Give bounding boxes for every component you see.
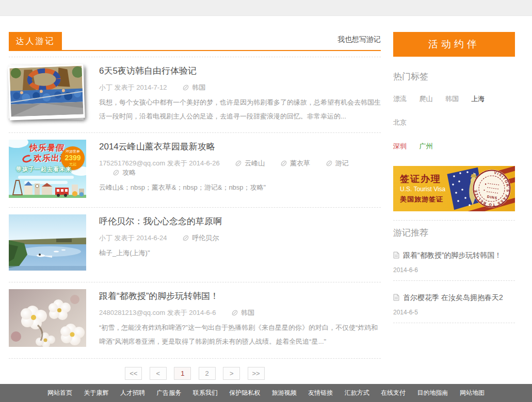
pagination-prev-button[interactable]: <	[150, 367, 167, 380]
recommend-item-text: 首尔樱花季 在汝矣岛拥抱春天2	[403, 293, 503, 301]
hot-tag-3[interactable]: 上海	[471, 94, 485, 104]
visa-ad-banner[interactable]: VISITOR'S PASS TO BELIZE DINS 签证办理 U.S. …	[393, 166, 515, 211]
visa-text-block: 签证办理 U.S. Tourist Visa 美国旅游签证	[400, 173, 445, 204]
pagination-last-button[interactable]: >>	[248, 367, 265, 380]
footer-link-about[interactable]: 关于康辉	[84, 384, 108, 402]
post-body: 2014云峰山薰衣草园最新攻略 1752517629@qq.com 发表于 20…	[99, 140, 381, 198]
post-author-date: 1752517629@qq.com 发表于 2014-6-26	[99, 159, 220, 167]
recommend-item-date: 2014-6-5	[393, 309, 515, 316]
post-thumbnail[interactable]	[9, 289, 86, 349]
buildings-illustration	[9, 179, 86, 198]
post-body: 跟着“都教授”的脚步玩转韩国！ 2480281213@qq.com 发表于 20…	[99, 289, 381, 349]
post-tag-label: 韩国	[192, 83, 205, 91]
visa-stamp-graphic: VISITOR'S PASS TO BELIZE DINS	[469, 166, 514, 211]
post-tag[interactable]: 游记	[326, 159, 349, 167]
post-tag-label: 薰衣草	[290, 159, 310, 167]
tag-icon	[182, 234, 189, 242]
footer-link-sitemap[interactable]: 网站地图	[460, 384, 485, 402]
ad-title-1: 快乐暑假	[29, 143, 65, 154]
summer-ad-image: 快乐暑假 欢乐出游 环游世界 2399 元起 带孩子一起去看未来	[9, 140, 86, 198]
tag-icon	[280, 160, 287, 167]
pagination: << < 1 2 > >>	[9, 359, 381, 380]
hot-tag-5[interactable]: 深圳	[393, 142, 407, 151]
visa-subtitle-en: U.S. Tourist Visa	[400, 186, 445, 193]
hot-tag-1[interactable]: 爬山	[419, 94, 432, 104]
post-author-date: 小丁 发表于 2014-6-24	[99, 234, 167, 242]
hot-tag-4[interactable]: 北京	[393, 118, 407, 127]
footer-link-home[interactable]: 网站首页	[47, 384, 72, 402]
footer-link-jobs[interactable]: 人才招聘	[120, 384, 145, 402]
post-author-date: 小丁 发表于 2014-7-12	[99, 83, 167, 91]
footer-link-videos[interactable]: 旅游视频	[272, 384, 297, 402]
swirl-shape	[21, 154, 34, 164]
footer-link-ads[interactable]: 广告服务	[156, 384, 181, 402]
recommend-item[interactable]: 首尔樱花季 在汝矣岛拥抱春天2 2014-6-5	[393, 293, 515, 323]
post-excerpt: “初雪，怎能没有炸鸡和啤酒?”这一句出自于热播韩剧《来自星星的你》的对白，不仅使…	[99, 321, 381, 348]
hot-tags-section: 热门标签 漂流 爬山 韩国 上海 北京 深圳 广州	[393, 71, 515, 165]
cloud-shape	[9, 140, 28, 148]
pagination-next-button[interactable]: >	[223, 367, 240, 380]
footer-link-destination-guide[interactable]: 目的地指南	[417, 384, 448, 402]
tag-icon	[235, 160, 242, 167]
grassland-river-photo	[9, 214, 86, 271]
post-title[interactable]: 呼伦贝尔：我心心念念的草原啊	[99, 215, 381, 227]
post-author-date: 2480281213@qq.com 发表于 2014-6-6	[99, 309, 216, 316]
post-list: 6天5夜访韩自由行体验记 小丁 发表于 2014-7-12 韩国 我想，每个女孩…	[9, 57, 381, 359]
post-tag[interactable]: 韩国	[182, 83, 205, 91]
hot-tag-6[interactable]: 广州	[419, 142, 432, 151]
footer-link-remittance[interactable]: 汇款方式	[345, 384, 369, 402]
activity-companion-banner[interactable]: 活动约伴	[393, 32, 515, 57]
footer-link-contact[interactable]: 联系我们	[193, 384, 218, 402]
document-icon	[393, 294, 399, 301]
badge-price: 2399	[61, 154, 85, 162]
post-tag[interactable]: 云峰山	[235, 159, 267, 167]
visa-subtitle-cn: 美国旅游签证	[400, 195, 445, 204]
post-tag[interactable]: 呼伦贝尔	[182, 234, 219, 242]
post-thumbnail[interactable]	[9, 214, 86, 273]
pagination-first-button[interactable]: <<	[125, 367, 142, 380]
hot-tag-0[interactable]: 漂流	[393, 94, 407, 104]
recommend-item-title[interactable]: 跟着“都教授”的脚步玩转韩国！	[393, 251, 515, 260]
post-tag-label: 游记	[335, 159, 349, 167]
post-tag-label: 呼伦贝尔	[192, 234, 219, 242]
post-meta: 1752517629@qq.com 发表于 2014-6-26 云峰山 薰衣草 …	[99, 159, 381, 177]
footer-link-friends[interactable]: 友情链接	[308, 384, 333, 402]
post-meta: 小丁 发表于 2014-6-24 呼伦贝尔	[99, 233, 381, 243]
post-body: 呼伦贝尔：我心心念念的草原啊 小丁 发表于 2014-6-24 呼伦贝尔 柚子_…	[99, 214, 381, 273]
footer-link-payment[interactable]: 在线支付	[381, 384, 406, 402]
tab-expert-travelogues[interactable]: 达人游记	[9, 32, 62, 50]
post-excerpt: 柚子_上海(上海)"	[99, 246, 381, 260]
divider	[393, 220, 515, 221]
top-band	[0, 0, 532, 16]
post-title[interactable]: 2014云峰山薰衣草园最新攻略	[99, 141, 381, 153]
post-thumbnail[interactable]: 快乐暑假 欢乐出游 环游世界 2399 元起 带孩子一起去看未来	[9, 140, 86, 198]
footer-link-privacy[interactable]: 保护隐私权	[229, 384, 260, 402]
post-title[interactable]: 6天5夜访韩自由行体验记	[99, 65, 381, 77]
post-tag[interactable]: 韩国	[231, 309, 254, 316]
cherry-blossom-photo	[9, 289, 86, 347]
post-tag-label: 韩国	[241, 309, 254, 316]
ad-subtitle: 带孩子一起去看未来	[16, 165, 72, 173]
pagination-page-1[interactable]: 1	[174, 367, 191, 380]
post-tag[interactable]: 攻略	[112, 169, 136, 176]
tag-icon	[326, 160, 333, 167]
post-tag[interactable]: 薰衣草	[280, 159, 312, 167]
recommend-title: 游记推荐	[393, 227, 515, 239]
recommend-item[interactable]: 跟着“都教授”的脚步玩转韩国！ 2014-6-6	[393, 251, 515, 281]
write-travelogue-link[interactable]: 我也想写游记	[337, 35, 381, 44]
pagination-page-2[interactable]: 2	[199, 367, 216, 380]
tag-icon	[112, 169, 120, 176]
hot-tag-2[interactable]: 韩国	[445, 94, 459, 104]
recommend-item-title[interactable]: 首尔樱花季 在汝矣岛拥抱春天2	[393, 293, 515, 303]
post-excerpt: 我想，每个女孩心中都有一个美好的梦，也许是因为韩剧看多了的缘故，总希望有机会去韩…	[99, 95, 381, 123]
post-item: 快乐暑假 欢乐出游 环游世界 2399 元起 带孩子一起去看未来	[9, 133, 381, 208]
post-title[interactable]: 跟着“都教授”的脚步玩转韩国！	[99, 290, 381, 302]
post-thumbnail[interactable]	[9, 64, 86, 123]
post-tag-label: 攻略	[122, 169, 136, 176]
footer: 网站首页 关于康辉 人才招聘 广告服务 联系我们 保护隐私权 旅游视频 友情链接…	[0, 384, 532, 402]
document-icon	[393, 252, 399, 259]
sidebar: 活动约伴 热门标签 漂流 爬山 韩国 上海 北京 深圳 广州	[393, 32, 515, 323]
post-item: 呼伦贝尔：我心心念念的草原啊 小丁 发表于 2014-6-24 呼伦贝尔 柚子_…	[9, 208, 381, 282]
recommend-section: 游记推荐 跟着“都教授”的脚步玩转韩国！ 2014-6-6 首尔樱花季 在汝矣岛…	[393, 227, 515, 323]
recommend-item-date: 2014-6-6	[393, 266, 515, 274]
